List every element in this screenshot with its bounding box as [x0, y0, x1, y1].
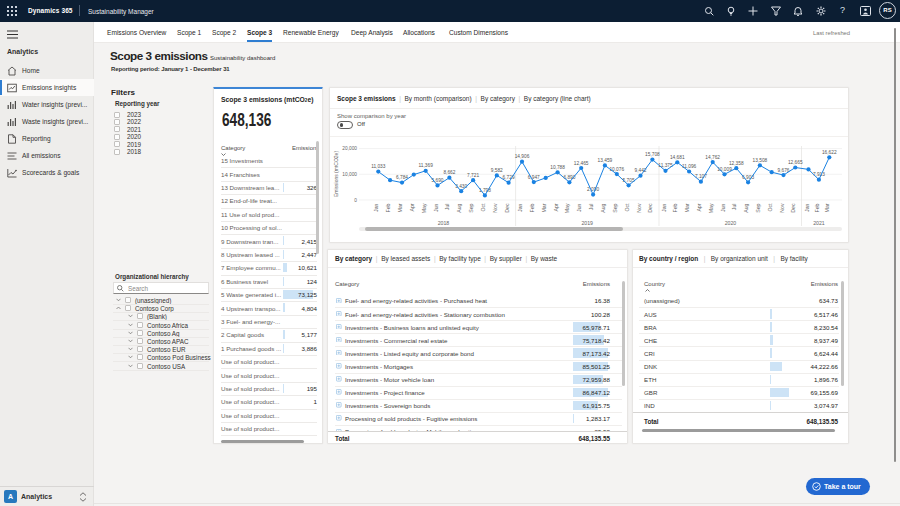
svg-text:Feb: Feb — [672, 203, 678, 212]
svg-text:Nov: Nov — [779, 203, 785, 213]
svg-text:12,665: 12,665 — [788, 160, 803, 165]
svg-text:Nov: Nov — [492, 203, 498, 213]
svg-text:14,681: 14,681 — [670, 155, 685, 160]
svg-text:Jan: Jan — [373, 203, 379, 211]
svg-text:Mar: Mar — [684, 203, 690, 212]
svg-text:12,465: 12,465 — [574, 161, 589, 166]
svg-text:Dec: Dec — [790, 203, 796, 213]
svg-text:Jun: Jun — [433, 203, 439, 211]
svg-text:Feb: Feb — [385, 203, 391, 212]
svg-text:Apr: Apr — [409, 203, 415, 211]
svg-text:Apr: Apr — [553, 203, 559, 211]
svg-text:2020: 2020 — [725, 220, 737, 226]
svg-text:Jun: Jun — [576, 203, 582, 211]
svg-text:14,906: 14,906 — [515, 154, 530, 159]
svg-text:11,033: 11,033 — [371, 164, 386, 169]
svg-text:13,459: 13,459 — [598, 158, 613, 163]
svg-text:16,622: 16,622 — [822, 150, 837, 155]
svg-text:Aug: Aug — [456, 203, 462, 212]
svg-text:Feb: Feb — [529, 203, 535, 212]
svg-text:8,662: 8,662 — [443, 170, 455, 175]
svg-text:12,358: 12,358 — [729, 161, 744, 166]
svg-text:Apr: Apr — [696, 203, 702, 211]
svg-text:2018: 2018 — [438, 220, 450, 226]
svg-text:Jun: Jun — [720, 203, 726, 211]
svg-text:14,762: 14,762 — [705, 155, 720, 160]
svg-text:Dec: Dec — [504, 203, 510, 213]
svg-text:May: May — [564, 203, 570, 213]
svg-text:7,913: 7,913 — [813, 172, 825, 177]
svg-text:2021: 2021 — [813, 220, 825, 226]
svg-text:Jul: Jul — [588, 204, 594, 211]
svg-text:Jan: Jan — [804, 203, 810, 211]
svg-text:Jul: Jul — [731, 204, 737, 211]
svg-text:Dec: Dec — [647, 203, 653, 213]
svg-text:7,721: 7,721 — [467, 173, 479, 178]
svg-text:2,090: 2,090 — [587, 187, 599, 192]
svg-text:Oct: Oct — [767, 203, 773, 212]
svg-text:15,708: 15,708 — [645, 152, 660, 157]
svg-text:11,369: 11,369 — [419, 163, 434, 168]
svg-text:Jan: Jan — [517, 203, 523, 211]
svg-text:13,508: 13,508 — [753, 158, 768, 163]
svg-text:Emissions (mtCO2e): Emissions (mtCO2e) — [333, 151, 339, 197]
svg-text:2019: 2019 — [581, 220, 593, 226]
svg-text:Jan: Jan — [661, 203, 667, 211]
svg-text:Mar: Mar — [397, 203, 403, 212]
svg-text:9,582: 9,582 — [491, 168, 503, 173]
svg-text:Sep: Sep — [468, 203, 474, 212]
svg-text:Mar: Mar — [541, 203, 547, 212]
svg-text:20,000: 20,000 — [342, 146, 357, 151]
svg-text:Sep: Sep — [755, 203, 761, 212]
svg-text:Feb: Feb — [814, 203, 820, 212]
svg-text:Jul: Jul — [444, 204, 450, 211]
svg-text:Aug: Aug — [600, 203, 606, 212]
svg-text:Sep: Sep — [612, 203, 618, 212]
svg-text:May: May — [421, 203, 427, 213]
svg-text:Aug: Aug — [743, 203, 749, 212]
svg-text:Oct: Oct — [480, 203, 486, 212]
svg-text:Mar: Mar — [824, 203, 830, 212]
svg-text:10,788: 10,788 — [550, 165, 565, 170]
svg-text:Oct: Oct — [624, 203, 630, 212]
svg-text:Nov: Nov — [636, 203, 642, 213]
svg-text:10,000: 10,000 — [342, 172, 357, 177]
svg-text:0: 0 — [354, 198, 357, 203]
svg-text:May: May — [708, 203, 714, 213]
